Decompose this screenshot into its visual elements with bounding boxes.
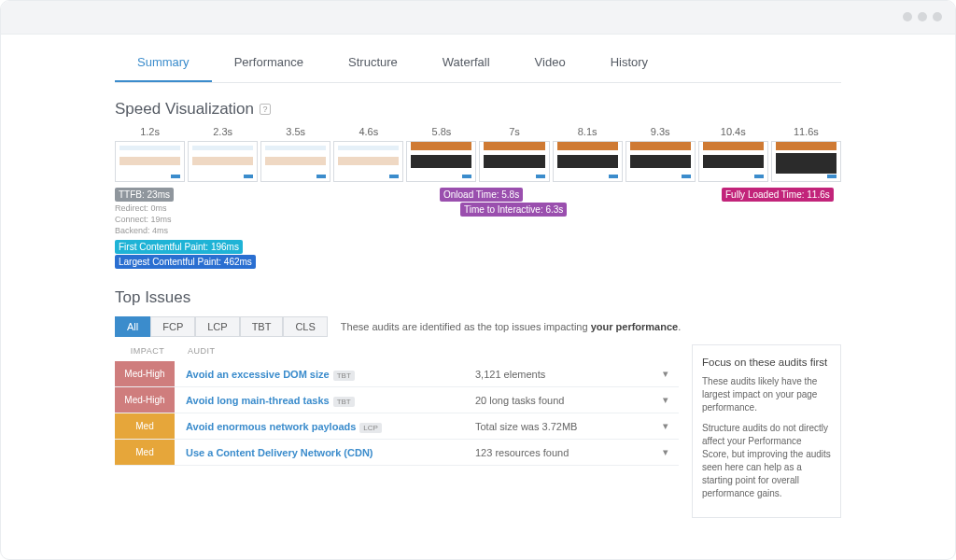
tab-history[interactable]: History (588, 46, 670, 82)
filter-fcp[interactable]: FCP (150, 316, 195, 337)
section-title: Top Issues (115, 288, 841, 307)
marker-connect: Connect: 19ms (115, 214, 172, 225)
impact-badge: Med (115, 413, 175, 439)
marker-ttfb: TTFB: 23ms (115, 188, 174, 202)
filmstrip-frame[interactable]: 11.6s (771, 126, 841, 182)
impact-badge: Med-High (115, 361, 175, 386)
audit-tag: TBT (333, 397, 355, 407)
header-audit: Audit (180, 346, 679, 356)
marker-tti: Time to Interactive: 6.3s (460, 203, 567, 217)
chevron-down-icon[interactable]: ▾ (653, 394, 679, 406)
frame-thumbnail (260, 141, 330, 182)
chevron-down-icon[interactable]: ▾ (653, 446, 679, 458)
filter-buttons: AllFCPLCPTBTCLS (115, 316, 328, 337)
filmstrip-frame[interactable]: 1.2s (115, 126, 185, 182)
content-area: SummaryPerformanceStructureWaterfallVide… (1, 35, 955, 546)
top-issues-section: Top Issues AllFCPLCPTBTCLS These audits … (115, 288, 841, 518)
filter-note-suffix: . (678, 321, 681, 332)
window-dot-icon (933, 12, 942, 21)
audit-value: 123 resources found (475, 447, 653, 458)
help-icon[interactable]: ? (260, 104, 271, 115)
aside-paragraph: Structure audits do not directly affect … (702, 422, 831, 500)
audit-tag: LCP (359, 423, 382, 433)
issues-table: Impact Audit Med-HighAvoid an excessive … (115, 344, 679, 518)
section-title: Speed Visualization ? (115, 100, 841, 119)
audit-value: 20 long tasks found (475, 395, 653, 406)
issue-row[interactable]: Med-HighAvoid long main-thread tasksTBT2… (115, 387, 679, 413)
frame-time-label: 11.6s (794, 126, 819, 137)
frame-thumbnail (479, 141, 549, 182)
aside-paragraph: These audits likely have the largest imp… (702, 375, 831, 414)
tab-waterfall[interactable]: Waterfall (420, 46, 513, 82)
marker-lcp: Largest Contentful Paint: 462ms (115, 255, 256, 269)
impact-badge: Med-High (115, 387, 175, 413)
filmstrip-frame[interactable]: 2.3s (188, 126, 258, 182)
browser-window: SummaryPerformanceStructureWaterfallVide… (0, 0, 956, 560)
chevron-down-icon[interactable]: ▾ (653, 368, 679, 380)
tab-summary[interactable]: Summary (115, 46, 212, 82)
filter-note-prefix: These audits are identified as the top i… (341, 321, 591, 332)
filmstrip-frame[interactable]: 10.4s (698, 126, 768, 182)
frame-thumbnail (626, 141, 696, 182)
filter-tbt[interactable]: TBT (240, 316, 284, 337)
frame-thumbnail (333, 141, 403, 182)
speed-markers: TTFB: 23ms Redirect: 0ms Connect: 19ms B… (115, 188, 841, 272)
filter-note: These audits are identified as the top i… (341, 321, 681, 332)
frame-time-label: 9.3s (651, 126, 670, 137)
speed-visualization-section: Speed Visualization ? 1.2s2.3s3.5s4.6s5.… (115, 100, 841, 272)
filmstrip-frame[interactable]: 4.6s (333, 126, 403, 182)
marker-fcp: First Contentful Paint: 196ms (115, 240, 243, 254)
frame-time-label: 8.1s (578, 126, 598, 137)
impact-badge: Med (115, 440, 175, 465)
audit-title: Avoid an excessive DOM sizeTBT (175, 369, 475, 380)
frame-thumbnail (553, 141, 623, 182)
audit-title: Use a Content Delivery Network (CDN) (175, 447, 475, 458)
window-controls (903, 12, 942, 21)
report-tabs: SummaryPerformanceStructureWaterfallVide… (115, 46, 841, 83)
filter-note-strong: your performance (591, 321, 679, 332)
marker-redirect: Redirect: 0ms (115, 203, 172, 214)
filter-cls[interactable]: CLS (283, 316, 327, 337)
filmstrip: 1.2s2.3s3.5s4.6s5.8s7s8.1s9.3s10.4s11.6s (115, 126, 841, 182)
issues-aside: Focus on these audits first These audits… (692, 344, 841, 518)
issue-filters: AllFCPLCPTBTCLS These audits are identif… (115, 316, 841, 337)
issue-row[interactable]: Med-HighAvoid an excessive DOM sizeTBT3,… (115, 361, 679, 387)
header-impact: Impact (115, 346, 180, 356)
frame-thumbnail (698, 141, 768, 182)
audit-value: 3,121 elements (475, 369, 653, 380)
filmstrip-frame[interactable]: 7s (479, 126, 549, 182)
issues-header: Impact Audit (115, 344, 679, 361)
frame-thumbnail (406, 141, 476, 182)
issues-layout: Impact Audit Med-HighAvoid an excessive … (115, 344, 841, 518)
filmstrip-frame[interactable]: 3.5s (260, 126, 330, 182)
chevron-down-icon[interactable]: ▾ (653, 420, 679, 432)
frame-time-label: 10.4s (721, 126, 746, 137)
filmstrip-frame[interactable]: 8.1s (553, 126, 623, 182)
marker-backend: Backend: 4ms (115, 225, 172, 236)
filmstrip-frame[interactable]: 9.3s (626, 126, 696, 182)
filter-all[interactable]: All (115, 316, 150, 337)
frame-time-label: 7s (509, 126, 520, 137)
window-title-bar (1, 1, 955, 35)
tab-performance[interactable]: Performance (212, 46, 326, 82)
speed-visualization-title: Speed Visualization (115, 100, 254, 119)
frame-time-label: 4.6s (358, 126, 378, 137)
filmstrip-frame[interactable]: 5.8s (406, 126, 476, 182)
issue-row[interactable]: MedAvoid enormous network payloadsLCPTot… (115, 413, 679, 440)
frame-time-label: 1.2s (140, 126, 160, 137)
window-dot-icon (918, 12, 927, 21)
tab-structure[interactable]: Structure (326, 46, 420, 82)
frame-time-label: 3.5s (286, 126, 305, 137)
audit-value: Total size was 3.72MB (475, 421, 653, 432)
marker-ttfb-details: Redirect: 0ms Connect: 19ms Backend: 4ms (115, 203, 172, 236)
filter-lcp[interactable]: LCP (195, 316, 239, 337)
frame-time-label: 2.3s (213, 126, 232, 137)
issues-rows: Med-HighAvoid an excessive DOM sizeTBT3,… (115, 361, 679, 466)
audit-title: Avoid long main-thread tasksTBT (175, 395, 475, 406)
frame-time-label: 5.8s (432, 126, 452, 137)
tab-video[interactable]: Video (513, 46, 588, 82)
aside-title: Focus on these audits first (702, 355, 831, 370)
issue-row[interactable]: MedUse a Content Delivery Network (CDN)1… (115, 440, 679, 466)
top-issues-title: Top Issues (115, 288, 190, 307)
window-dot-icon (903, 12, 912, 21)
